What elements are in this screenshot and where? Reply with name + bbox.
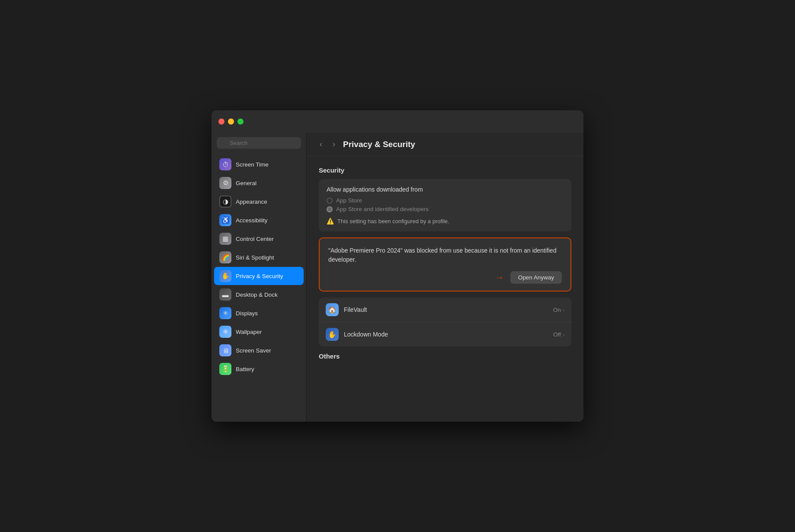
radio-circle-app-store [327, 198, 333, 204]
allow-applications-card: Allow applications downloaded from App S… [319, 179, 571, 231]
open-anyway-row: → Open Anyway [328, 271, 562, 284]
sidebar-item-displays[interactable]: ✳ Displays [214, 304, 304, 322]
sidebar-icon-desktop-dock: ▬ [219, 288, 231, 301]
sidebar-label-battery: Battery [236, 366, 254, 372]
blocked-app-message: "Adobe Premiere Pro 2024" was blocked fr… [328, 246, 562, 264]
sidebar-icon-appearance: ◑ [219, 195, 231, 208]
sidebar-label-control-center: Control Center [236, 236, 274, 242]
sidebar-label-general: General [236, 180, 256, 186]
sidebar-item-privacy-security[interactable]: ✋ Privacy & Security [214, 267, 304, 285]
sidebar-item-screen-time[interactable]: ⏱ Screen Time [214, 155, 304, 173]
sidebar-label-siri-spotlight: Siri & Spotlight [236, 254, 274, 261]
sidebar-label-accessibility: Accessibility [236, 217, 268, 224]
sidebar-icon-battery: 🔋 [219, 363, 231, 375]
sidebar-icon-screen-time: ⏱ [219, 158, 231, 170]
sidebar-icon-accessibility: ♿ [219, 214, 231, 226]
maximize-button[interactable] [237, 119, 244, 125]
sidebar-item-control-center[interactable]: ▦ Control Center [214, 230, 304, 248]
sidebar-icon-control-center: ▦ [219, 233, 231, 245]
minimize-button[interactable] [228, 119, 234, 125]
filevault-icon: 🏠 [326, 303, 339, 316]
traffic-lights [218, 119, 244, 125]
warning-text: This setting has been configured by a pr… [337, 218, 449, 224]
sidebar-label-displays: Displays [236, 310, 258, 317]
sidebar-label-desktop-dock: Desktop & Dock [236, 292, 278, 298]
search-wrapper: 🔍 [217, 137, 301, 149]
filevault-chevron: › [563, 307, 564, 313]
sidebar-item-appearance[interactable]: ◑ Appearance [214, 192, 304, 211]
radio-circle-identified [327, 206, 333, 212]
radio-app-store-identified[interactable]: App Store and identified developers [327, 206, 564, 212]
sidebar-label-appearance: Appearance [236, 199, 267, 205]
others-section-title: Others [319, 353, 571, 360]
sidebar-item-general[interactable]: ⚙ General [214, 174, 304, 192]
security-section-title: Security [319, 167, 571, 174]
lockdown-icon: ✋ [326, 328, 339, 341]
filevault-value: On › [553, 307, 564, 313]
sidebar-item-wallpaper[interactable]: ❄ Wallpaper [214, 323, 304, 341]
back-button[interactable]: ‹ [317, 139, 325, 150]
settings-window: 🔍 ⏱ Screen Time ⚙ General ◑ Appearance ♿… [212, 110, 583, 422]
forward-button[interactable]: › [330, 139, 338, 150]
sidebar: 🔍 ⏱ Screen Time ⚙ General ◑ Appearance ♿… [212, 133, 307, 422]
content-area: 🔍 ⏱ Screen Time ⚙ General ◑ Appearance ♿… [212, 133, 583, 422]
sidebar-item-battery[interactable]: 🔋 Battery [214, 360, 304, 378]
sidebar-items-list: ⏱ Screen Time ⚙ General ◑ Appearance ♿ A… [212, 155, 306, 378]
titlebar [212, 110, 583, 133]
profile-warning: ⚠️ This setting has been configured by a… [327, 218, 564, 224]
filevault-label: FileVault [344, 306, 548, 313]
search-container: 🔍 [212, 133, 306, 155]
sidebar-item-siri-spotlight[interactable]: 🌈 Siri & Spotlight [214, 248, 304, 266]
search-input[interactable] [217, 137, 301, 149]
sidebar-label-wallpaper: Wallpaper [236, 329, 262, 335]
sidebar-icon-displays: ✳ [219, 307, 231, 319]
main-header: ‹ › Privacy & Security [307, 133, 583, 156]
open-anyway-button[interactable]: Open Anyway [510, 271, 562, 284]
lockdown-label: Lockdown Mode [344, 331, 548, 338]
arrow-icon: → [495, 272, 504, 283]
sidebar-item-accessibility[interactable]: ♿ Accessibility [214, 211, 304, 229]
blocked-app-card: "Adobe Premiere Pro 2024" was blocked fr… [319, 237, 571, 292]
security-rows-card: 🏠 FileVault On › ✋ Lockdown Mode Off › [319, 298, 571, 346]
sidebar-icon-privacy-security: ✋ [219, 270, 231, 282]
warning-icon: ⚠️ [327, 218, 334, 224]
radio-label-identified: App Store and identified developers [336, 206, 429, 212]
radio-app-store[interactable]: App Store [327, 197, 564, 204]
sidebar-item-screen-saver[interactable]: 🖥 Screen Saver [214, 341, 304, 359]
sidebar-label-screen-time: Screen Time [236, 161, 269, 168]
sidebar-icon-wallpaper: ❄ [219, 326, 231, 338]
sidebar-icon-general: ⚙ [219, 177, 231, 189]
sidebar-label-screen-saver: Screen Saver [236, 347, 271, 354]
main-content: ‹ › Privacy & Security Security Allow ap… [307, 133, 583, 422]
close-button[interactable] [218, 119, 224, 125]
sidebar-item-desktop-dock[interactable]: ▬ Desktop & Dock [214, 285, 304, 304]
sidebar-icon-screen-saver: 🖥 [219, 344, 231, 356]
allow-applications-title: Allow applications downloaded from [327, 186, 564, 193]
page-title: Privacy & Security [343, 140, 415, 149]
sidebar-icon-siri-spotlight: 🌈 [219, 251, 231, 263]
lockdown-chevron: › [563, 331, 564, 338]
filevault-row[interactable]: 🏠 FileVault On › [319, 298, 571, 322]
sidebar-label-privacy-security: Privacy & Security [236, 273, 283, 279]
lockdown-row[interactable]: ✋ Lockdown Mode Off › [319, 322, 571, 346]
lockdown-value: Off › [553, 331, 564, 338]
radio-label-app-store: App Store [336, 197, 362, 204]
main-body: Security Allow applications downloaded f… [307, 156, 583, 370]
